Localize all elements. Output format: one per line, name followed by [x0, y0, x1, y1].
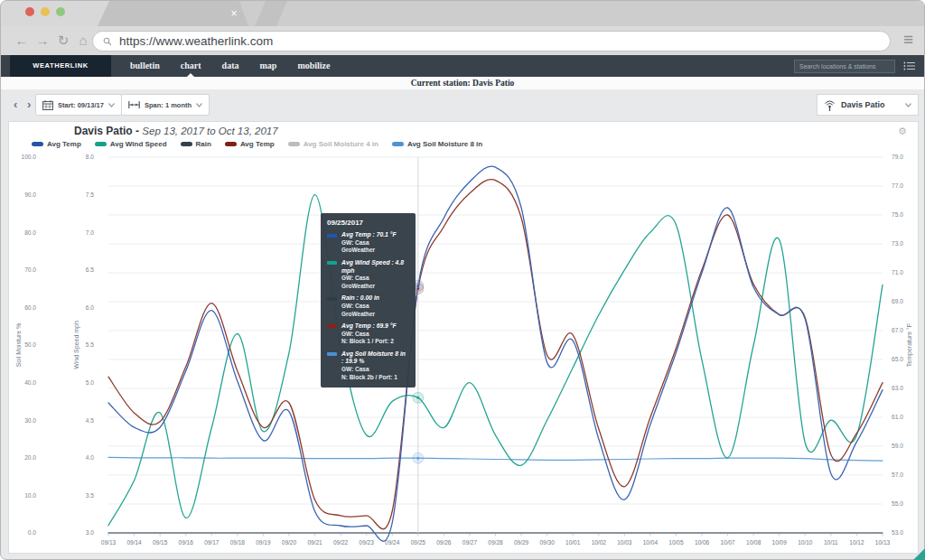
browser-menu-icon[interactable]: ≡	[903, 26, 913, 55]
crosshair-marker-dot	[416, 457, 419, 460]
weatherlink-logo[interactable]: WEATHERLINK	[10, 55, 111, 77]
span-button[interactable]: Span: 1 month	[121, 94, 210, 116]
x-axis-label: 09/26	[436, 539, 452, 546]
temp-axis-label: 73.0	[892, 240, 903, 247]
wind-axis-label: 6.5	[86, 266, 94, 273]
search-icon	[103, 37, 112, 46]
wind-axis-label: 4.0	[86, 454, 94, 461]
tooltip-entry-label: Avg Temp : 70.1 °F	[341, 231, 397, 239]
x-axis-label: 10/09	[772, 539, 788, 546]
legend-item-avg-temp[interactable]: Avg Temp	[225, 140, 275, 148]
refresh-icon[interactable]: ↻	[54, 26, 72, 55]
maximize-window-button[interactable]	[56, 7, 65, 16]
station-selector-label: Davis Patio	[841, 100, 900, 109]
temp-axis-title: Temperature °F	[906, 323, 913, 367]
tooltip-entry-label: Avg Soil Moisture 8 in : 19.9 %	[341, 350, 409, 367]
legend-swatch	[181, 142, 192, 146]
legend-label: Rain	[196, 140, 211, 148]
tooltip-entry-label: Avg Temp : 69.9 °F	[341, 322, 397, 331]
close-window-button[interactable]	[25, 7, 34, 16]
wind-axis-title: Wind Speed mph	[73, 321, 80, 369]
resize-grip[interactable]	[913, 548, 925, 560]
series-line-avg-temp	[108, 180, 883, 529]
app-navbar: WEATHERLINK bulletin chart data map mobi…	[1, 55, 924, 77]
legend-swatch	[392, 142, 404, 146]
legend-item-avg-soil-moisture-4-in[interactable]: Avg Soil Moisture 4 in	[288, 140, 378, 148]
wind-axis-label: 4.5	[86, 417, 94, 424]
legend-label: Avg Wind Speed	[110, 140, 167, 148]
temp-axis-label: 67.0	[892, 327, 903, 333]
tooltip-entry-text: Avg Temp : 69.9 °FGW: CasaN: Block 1 / P…	[341, 322, 397, 346]
nav-menu: bulletin chart data map mobilize	[130, 55, 331, 77]
x-axis-label: 09/18	[230, 539, 246, 546]
wind-axis-label: 3.0	[86, 529, 94, 536]
wind-axis-label: 3.5	[86, 492, 94, 499]
gear-icon[interactable]: ⚙	[898, 126, 907, 137]
tooltip-entry-label: Avg Wind Speed : 4.8 mph	[341, 259, 409, 275]
start-date-button[interactable]: Start: 09/13/17	[35, 94, 122, 116]
url-text: https://www.weatherlink.com	[119, 32, 273, 51]
prev-period-button[interactable]: ‹	[14, 94, 17, 116]
nav-item-chart[interactable]: chart	[181, 55, 201, 77]
tooltip-entry-line: GW: Casa	[341, 275, 409, 282]
nav-item-map[interactable]: map	[259, 55, 276, 77]
next-period-button[interactable]: ›	[27, 94, 31, 116]
x-axis-label: 09/14	[126, 539, 142, 546]
nav-item-data[interactable]: data	[222, 55, 239, 77]
crosshair-marker-dot	[416, 397, 419, 399]
tooltip-entry-line: GW: Casa	[341, 331, 397, 338]
url-bar[interactable]: https://www.weatherlink.com	[92, 31, 891, 51]
x-axis-label: 10/01	[565, 539, 581, 546]
home-icon[interactable]: ⌂	[74, 26, 92, 55]
tooltip-swatch	[327, 297, 337, 301]
x-axis-label: 09/30	[539, 539, 555, 546]
tab-close-icon[interactable]: ×	[227, 1, 241, 26]
x-axis-label: 09/23	[360, 539, 375, 546]
new-tab-button[interactable]	[255, 1, 287, 26]
temp-axis-label: 61.0	[892, 414, 903, 420]
x-axis-label: 10/08	[746, 539, 761, 546]
x-axis-label: 09/21	[307, 539, 322, 546]
tooltip-swatch	[327, 324, 337, 328]
temp-axis-label: 53.0	[892, 529, 903, 536]
chart-plot[interactable]: 09/1309/1409/1509/1609/1709/1809/1909/20…	[9, 122, 918, 553]
legend-item-avg-wind-speed[interactable]: Avg Wind Speed	[95, 140, 167, 148]
tooltip-entry: Avg Wind Speed : 4.8 mphGW: CasaGroWeath…	[327, 259, 409, 291]
legend-item-avg-soil-moisture-8-in[interactable]: Avg Soil Moisture 8 in	[392, 140, 482, 148]
temp-axis-label: 71.0	[892, 269, 903, 275]
legend-item-rain[interactable]: Rain	[181, 140, 211, 148]
tooltip-entry-line: GroWeather	[341, 311, 379, 318]
chevron-down-icon	[108, 103, 115, 107]
legend-label: Avg Soil Moisture 8 in	[407, 140, 482, 148]
browser-tab[interactable]	[97, 1, 248, 26]
tooltip-date: 09/25/2017	[327, 219, 409, 227]
tooltip-entry: Avg Temp : 69.9 °FGW: CasaN: Block 1 / P…	[327, 322, 409, 346]
station-selector[interactable]: Davis Patio	[817, 94, 919, 116]
current-station-banner: Current station: Davis Patio	[1, 77, 924, 89]
nav-item-mobilize[interactable]: mobilize	[297, 55, 330, 77]
list-view-icon[interactable]	[903, 61, 915, 70]
soil-axis-label: 0.0	[28, 529, 36, 536]
tooltip-entry-line: GroWeather	[341, 247, 397, 254]
soil-axis-label: 50.0	[24, 341, 36, 348]
tooltip-entry-label: Rain : 0.00 in	[341, 294, 379, 303]
wind-axis-label: 5.5	[86, 341, 94, 348]
x-axis-label: 09/19	[256, 539, 271, 546]
legend-item-avg-temp[interactable]: Avg Temp	[32, 140, 81, 148]
chart-tooltip: 09/25/2017Avg Temp : 70.1 °FGW: CasaGroW…	[321, 213, 416, 387]
temp-axis-label: 65.0	[892, 356, 903, 362]
minimize-window-button[interactable]	[41, 7, 50, 16]
back-icon[interactable]: ←	[13, 26, 31, 55]
nav-item-bulletin[interactable]: bulletin	[130, 55, 160, 77]
forward-icon[interactable]: →	[33, 26, 51, 55]
tooltip-entry-text: Avg Wind Speed : 4.8 mphGW: CasaGroWeath…	[341, 259, 409, 291]
soil-axis-label: 80.0	[24, 229, 36, 236]
tooltip-entry-line: GW: Casa	[341, 239, 397, 247]
soil-axis-label: 40.0	[24, 379, 36, 386]
station-search-input[interactable]	[794, 60, 895, 73]
tooltip-entry-text: Rain : 0.00 inGW: CasaGroWeather	[341, 294, 379, 318]
x-axis-label: 10/11	[824, 539, 838, 546]
chart-controls-row: ‹ › Start: 09/13/17 Span: 1 month Davis …	[1, 89, 924, 121]
x-axis-label: 09/27	[462, 539, 478, 546]
tooltip-swatch	[327, 261, 337, 265]
